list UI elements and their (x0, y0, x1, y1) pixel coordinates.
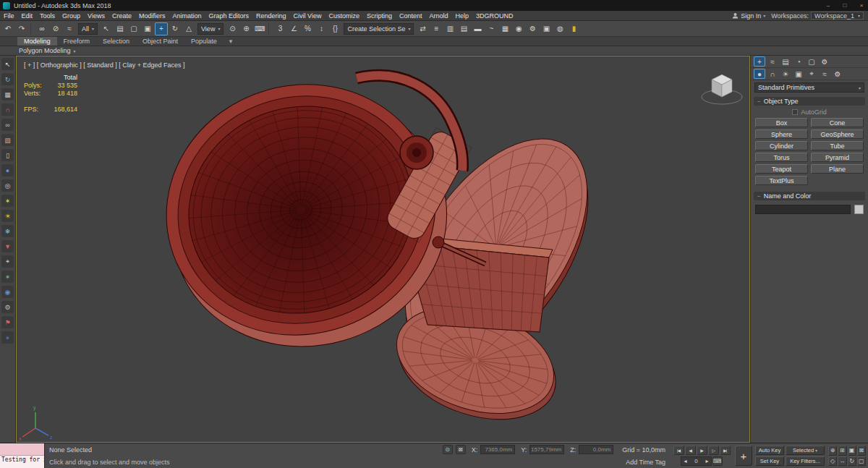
crosshair-icon[interactable]: ⌖ (1, 255, 14, 268)
select-object-icon[interactable]: ↖ (100, 22, 113, 35)
menu-item-content[interactable]: Content (396, 12, 426, 20)
textplus-button[interactable]: TextPlus (755, 176, 808, 185)
zoom-icon[interactable]: ⊕ (828, 446, 837, 456)
geometry-category-icon[interactable]: ● (754, 69, 765, 79)
viewport-view-label[interactable]: [ + ] [ Orthographic ] [ Standard ] [ Cl… (24, 61, 185, 69)
menu-item-modifiers[interactable]: Modifiers (135, 12, 169, 20)
ribbon-tab-modeling[interactable]: Modeling (17, 37, 57, 46)
menu-item-3dground[interactable]: 3DGROUND (472, 12, 517, 20)
key-filters-button[interactable]: Key Filters... (786, 456, 825, 466)
percent-snap-icon[interactable]: % (301, 22, 314, 35)
previous-frame-button[interactable]: ◀ (685, 446, 696, 455)
utilities-tab-icon[interactable]: ⚙ (819, 56, 830, 67)
ribbon-tab-populate[interactable]: Populate (184, 37, 224, 46)
select-cursor-icon[interactable]: ↖ (1, 58, 14, 70)
torus-button[interactable]: Torus (755, 153, 808, 162)
cylinder-button[interactable]: Cylinder (755, 141, 808, 150)
object-color-swatch[interactable] (854, 205, 864, 214)
y-coordinate-field[interactable]: 1575,79mm (529, 445, 564, 454)
refresh-icon[interactable]: ↻ (1, 73, 14, 85)
droplet-icon[interactable]: ▼ (1, 240, 14, 252)
listener-line[interactable]: Testing for i (0, 456, 44, 468)
cone-button[interactable]: Cone (811, 118, 864, 127)
ribbon-tab-freeform[interactable]: Freeform (57, 37, 97, 46)
ribbon-tab-object-paint[interactable]: Object Paint (136, 37, 184, 46)
redo-icon[interactable]: ↷ (15, 22, 28, 35)
link-chain-icon[interactable]: ∞ (1, 119, 14, 131)
leaf-icon[interactable]: ✶ (1, 271, 14, 283)
sun-icon[interactable]: ☀ (1, 210, 14, 222)
fov-icon[interactable]: ◇ (828, 456, 837, 467)
name-and-color-rollout-header[interactable]: − Name and Color (754, 192, 865, 200)
ribbon-toggle-icon[interactable]: ▬ (471, 22, 484, 35)
workspace-dropdown[interactable]: Workspace_1 ▾ (811, 12, 864, 20)
zoom-all-icon[interactable]: ⊞ (838, 446, 846, 456)
mirror-icon[interactable]: ⇄ (416, 22, 429, 35)
unlink-selection-icon[interactable]: ⊘ (49, 22, 62, 35)
close-button[interactable]: × (855, 0, 868, 11)
add-time-tag[interactable]: Add Time Tag (626, 459, 665, 466)
cameras-category-icon[interactable]: ▣ (793, 69, 804, 79)
menu-item-scripting[interactable]: Scripting (363, 12, 396, 20)
systems-category-icon[interactable]: ⚙ (832, 69, 843, 79)
keyboard-shortcut-icon[interactable]: ⌨ (712, 456, 723, 466)
menu-item-tools[interactable]: Tools (36, 12, 59, 20)
object-type-rollout-header[interactable]: − Object Type (754, 97, 865, 106)
window-crossing-icon[interactable]: ▣ (141, 22, 154, 35)
frame-number-spinner[interactable]: ◂ 0 ▸ (681, 456, 711, 466)
select-and-manipulate-icon[interactable]: ⊕ (239, 22, 252, 35)
menu-item-animation[interactable]: Animation (169, 12, 205, 20)
menu-item-create[interactable]: Create (109, 12, 135, 20)
pan-icon[interactable]: ↔ (838, 456, 846, 467)
globe-icon[interactable]: ◉ (1, 286, 14, 298)
flag-icon[interactable]: ⚑ (1, 316, 14, 328)
lock-selection-icon[interactable]: ⊠ (456, 445, 466, 454)
select-and-rotate-icon[interactable]: ↻ (169, 22, 182, 35)
torus-icon[interactable]: ◎ (1, 179, 14, 192)
z-coordinate-field[interactable]: 0,0mm (579, 445, 613, 454)
go-to-start-button[interactable]: |◀ (673, 446, 684, 455)
gear-icon[interactable]: ⚙ (1, 301, 14, 313)
menu-item-help[interactable]: Help (451, 12, 472, 20)
macro-recorder-line[interactable] (0, 443, 44, 456)
box-button[interactable]: Box (755, 118, 808, 127)
plane-button[interactable]: Plane (811, 164, 864, 174)
rectangular-selection-region-icon[interactable]: ▢ (127, 22, 140, 35)
menu-item-rendering[interactable]: Rendering (252, 12, 290, 20)
grid-chart-icon[interactable]: ▦ (1, 88, 14, 101)
viewport-canvas[interactable]: x y z (17, 56, 749, 442)
next-frame-button[interactable]: ▷ (708, 446, 719, 455)
dark-sphere-icon[interactable]: ● (1, 331, 14, 344)
curve-editor-icon[interactable]: ~ (485, 22, 498, 35)
schematic-view-icon[interactable]: ▦ (498, 22, 511, 35)
maxscript-mini-listener[interactable]: Testing for i (0, 443, 45, 468)
selection-filter-dropdown[interactable]: All▾ (78, 23, 98, 35)
helpers-category-icon[interactable]: ⌖ (806, 69, 817, 79)
3dground-plugin-icon[interactable]: ▮ (567, 22, 580, 35)
select-by-name-icon[interactable]: ▤ (114, 22, 127, 35)
magnet-icon[interactable]: ∩ (1, 103, 14, 116)
zoom-extents-icon[interactable]: ▣ (848, 446, 856, 456)
menu-item-civil-view[interactable]: Civil View (290, 12, 326, 20)
material-editor-icon[interactable]: ◉ (512, 22, 525, 35)
primitives-dropdown[interactable]: Standard Primitives ▾ (754, 82, 864, 93)
select-and-move-icon[interactable]: + (155, 22, 168, 35)
display-tab-icon[interactable]: ▢ (806, 56, 817, 67)
sign-in-menu[interactable]: Sign In ▾ (726, 12, 771, 20)
menu-item-file[interactable]: File (0, 12, 18, 20)
menu-item-arnold[interactable]: Arnold (425, 12, 451, 20)
keyboard-override-icon[interactable]: ⌨ (253, 22, 266, 35)
teapot-button[interactable]: Teapot (755, 164, 808, 174)
menu-item-group[interactable]: Group (59, 12, 84, 20)
angle-snap-icon[interactable]: ∠ (287, 22, 300, 35)
spin-left-icon[interactable]: ◂ (684, 458, 686, 464)
snowflake-icon[interactable]: ❄ (1, 225, 14, 237)
model-knob[interactable] (400, 136, 433, 169)
hierarchy-tab-icon[interactable]: ▤ (780, 56, 791, 67)
layer-explorer-icon[interactable]: ▤ (457, 22, 470, 35)
play-button[interactable]: ▶ (697, 446, 707, 455)
spin-right-icon[interactable]: ▸ (706, 458, 709, 464)
undo-icon[interactable]: ↶ (1, 22, 14, 35)
minimize-button[interactable]: – (822, 0, 835, 11)
snap-toggle-3d-icon[interactable]: 3 (273, 22, 286, 35)
